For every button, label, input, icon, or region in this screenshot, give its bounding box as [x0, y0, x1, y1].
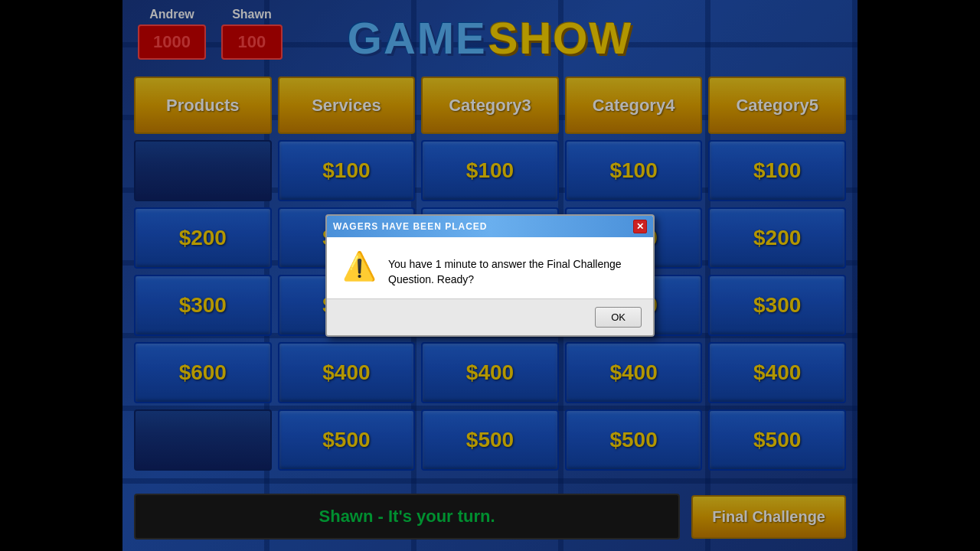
dialog-close-button[interactable]: ✕ — [633, 220, 647, 233]
side-panel-right — [858, 0, 980, 551]
dialog-ok-button[interactable]: OK — [595, 307, 642, 328]
dialog-title: WAGERS HAVE BEEN PLACED — [333, 221, 487, 232]
game-area: Andrew 1000 Shawn 100 GAME SHOW Products… — [122, 0, 858, 551]
modal-overlay: WAGERS HAVE BEEN PLACED ✕ ⚠️ You have 1 … — [122, 0, 858, 551]
side-panel-left — [0, 0, 122, 551]
dialog-titlebar: WAGERS HAVE BEEN PLACED ✕ — [327, 216, 653, 237]
dialog-footer: OK — [327, 298, 653, 335]
dialog: WAGERS HAVE BEEN PLACED ✕ ⚠️ You have 1 … — [325, 214, 655, 337]
dialog-message: You have 1 minute to answer the Final Ch… — [388, 253, 638, 287]
warning-icon: ⚠️ — [342, 253, 377, 280]
dialog-body: ⚠️ You have 1 minute to answer the Final… — [327, 237, 653, 298]
